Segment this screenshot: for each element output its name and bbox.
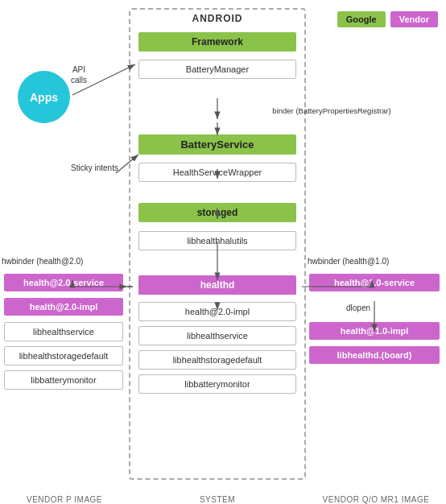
right-impl-box: health@1.0-impl [309,322,440,340]
binder-annotation: binder (BatteryPropertiesRegistrar) [267,106,396,116]
legend-google: Google [337,11,386,27]
legend-vendor: Vendor [390,11,438,27]
center-libhealthservice-box: libhealthservice [138,326,296,345]
right-hwbinder-label: hwbinder (health@1.0) [308,256,443,266]
center-libhealthstoragedefault-box: libhealthstoragedefault [138,350,296,370]
dlopen-annotation: dlopen [346,303,370,313]
left-hwbinder-label: hwbinder (health@2.0) [2,256,122,266]
left-service-box: health@2.0-service [4,274,123,291]
left-libbatterymonitor-box: libbatterymonitor [4,370,123,390]
battery-manager-box: BatteryManager [138,60,296,79]
api-calls-annotation: APIcalls [71,64,87,85]
bottom-label-right: VENDOR Q/O MR1 IMAGE [306,495,446,504]
android-title: ANDROID [130,13,304,24]
left-impl-box: health@2.0-impl [4,298,123,316]
diagram-container: Google Vendor ANDROID Framework BatteryM… [0,0,446,504]
center-health-impl-box: health@2.0-impl [138,302,296,321]
bottom-label-center: SYSTEM [129,495,306,504]
center-libbatterymonitor-box: libbatterymonitor [138,374,296,394]
left-libhealthservice-box: libhealthservice [4,322,123,341]
right-service-box: health@1.0-service [309,274,440,291]
sticky-intents-annotation: Sticky intents [71,163,118,173]
storaged-box: storaged [138,203,296,222]
apps-circle: Apps [18,71,70,123]
health-service-wrapper-box: HealthServiceWrapper [138,163,296,182]
legend: Google Vendor [337,11,438,27]
center-column: ANDROID Framework BatteryManager binder … [129,8,306,480]
apps-label: Apps [30,91,58,104]
left-libhealthstoragedefault-box: libhealthstoragedefault [4,346,123,366]
libhealthhalutils-box: libhealthhalutils [138,231,296,250]
right-libhealthd-box: libhealthd.(board) [309,346,440,364]
bottom-label-left: VENDOR P IMAGE [0,495,129,504]
battery-service-box: BatteryService [138,134,296,155]
framework-box: Framework [138,32,296,52]
healthd-box: healthd [138,275,296,295]
